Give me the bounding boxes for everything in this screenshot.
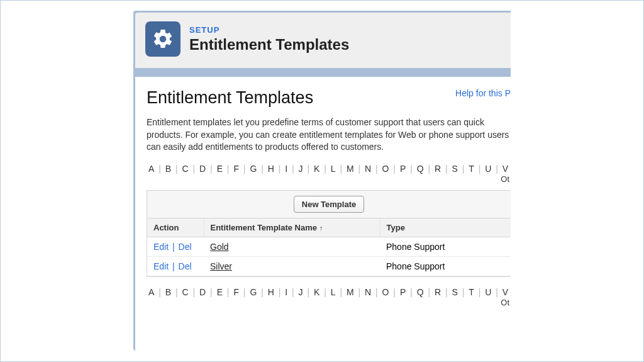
alpha-letter-G[interactable]: G: [248, 287, 258, 297]
alpha-letter-T[interactable]: T: [467, 287, 476, 297]
table-row: Edit | DelSilverPhone Support: [147, 256, 511, 276]
action-separator: |: [171, 242, 176, 252]
alpha-letter-O[interactable]: O: [380, 164, 391, 174]
alpha-letter-B[interactable]: B: [164, 287, 173, 297]
alpha-letter-T[interactable]: T: [467, 164, 476, 174]
alpha-letter-U[interactable]: U: [483, 164, 493, 174]
templates-table: Action Entitlement Template Name↑ Type E…: [147, 218, 511, 276]
alpha-letter-H[interactable]: H: [266, 164, 276, 174]
app-viewport: SETUP Entitlement Templates Entitlement …: [133, 11, 511, 351]
alpha-letter-S[interactable]: S: [450, 287, 460, 297]
alpha-separator: |: [356, 287, 363, 297]
page-title: Entitlement Templates: [147, 88, 313, 108]
alpha-letter-R[interactable]: R: [433, 287, 443, 297]
alpha-letter-E[interactable]: E: [215, 287, 225, 297]
alpha-letter-O[interactable]: O: [380, 287, 391, 297]
alpha-letter-R[interactable]: R: [433, 164, 443, 174]
alpha-other-top[interactable]: Ot: [147, 174, 511, 184]
alpha-separator: |: [476, 287, 483, 297]
alpha-separator: |: [305, 164, 312, 174]
type-cell: Phone Support: [380, 237, 511, 256]
name-cell: Silver: [204, 256, 380, 276]
alpha-separator: |: [443, 287, 450, 297]
alpha-separator: |: [305, 287, 312, 297]
alpha-separator: |: [173, 287, 180, 297]
header-eyebrow: SETUP: [189, 25, 349, 35]
alpha-letter-D[interactable]: D: [197, 164, 208, 174]
alpha-letter-F[interactable]: F: [231, 287, 241, 297]
delete-link[interactable]: Del: [179, 261, 192, 271]
alpha-separator: |: [493, 164, 500, 174]
alpha-letter-P[interactable]: P: [398, 164, 408, 174]
alpha-letter-A[interactable]: A: [147, 164, 156, 174]
alpha-letter-D[interactable]: D: [197, 287, 208, 297]
alpha-separator: |: [208, 287, 214, 297]
alpha-letter-M[interactable]: M: [345, 287, 356, 297]
alpha-letter-E[interactable]: E: [215, 164, 225, 174]
edit-link[interactable]: Edit: [153, 242, 169, 252]
alpha-separator: |: [460, 287, 467, 297]
delete-link[interactable]: Del: [179, 242, 192, 252]
alpha-letter-H[interactable]: H: [266, 287, 276, 297]
alpha-letter-N[interactable]: N: [363, 287, 373, 297]
alpha-letter-P[interactable]: P: [398, 287, 408, 297]
col-name-label: Entitlement Template Name: [211, 223, 318, 232]
new-template-button[interactable]: New Template: [294, 196, 364, 213]
alpha-letter-I[interactable]: I: [283, 164, 289, 174]
alpha-letter-C[interactable]: C: [180, 287, 191, 297]
alpha-letter-I[interactable]: I: [283, 287, 289, 297]
alpha-letter-J[interactable]: J: [297, 164, 305, 174]
alpha-letter-V[interactable]: V: [501, 287, 510, 297]
table-header-row: Action Entitlement Template Name↑ Type: [147, 218, 511, 237]
col-action: Action: [147, 218, 204, 237]
alpha-separator: |: [276, 164, 283, 174]
alpha-separator: |: [426, 164, 433, 174]
table-toolbar: New Template: [147, 191, 511, 218]
alpha-letter-L[interactable]: L: [329, 164, 338, 174]
alpha-separator: |: [493, 287, 500, 297]
help-link[interactable]: Help for this P: [455, 88, 511, 98]
alpha-separator: |: [191, 164, 197, 174]
alpha-letter-G[interactable]: G: [248, 164, 258, 174]
alpha-letter-A[interactable]: A: [147, 287, 156, 297]
alpha-separator: |: [338, 164, 345, 174]
header-title: Entitlement Templates: [189, 36, 349, 54]
col-name[interactable]: Entitlement Template Name↑: [204, 218, 380, 237]
alpha-letter-Q[interactable]: Q: [415, 164, 426, 174]
alpha-letter-U[interactable]: U: [483, 287, 493, 297]
alpha-letter-C[interactable]: C: [180, 164, 191, 174]
alpha-separator: |: [276, 287, 283, 297]
alpha-other-bottom[interactable]: Ot: [147, 298, 511, 307]
alpha-separator: |: [510, 164, 511, 174]
alpha-separator: |: [443, 164, 450, 174]
templates-table-wrap: New Template Action Entitlement Template…: [147, 190, 511, 277]
alpha-separator: |: [289, 287, 296, 297]
name-cell: Gold: [204, 237, 380, 256]
alpha-separator: |: [476, 164, 483, 174]
action-separator: |: [171, 261, 176, 271]
alpha-letter-M[interactable]: M: [345, 164, 356, 174]
template-name-link[interactable]: Silver: [210, 261, 232, 271]
sort-asc-icon: ↑: [317, 224, 323, 232]
alpha-separator: |: [356, 164, 363, 174]
alpha-letter-S[interactable]: S: [450, 164, 460, 174]
template-name-link[interactable]: Gold: [210, 242, 229, 252]
alpha-letter-F[interactable]: F: [231, 164, 241, 174]
action-cell: Edit | Del: [147, 256, 204, 276]
alpha-separator: |: [373, 287, 380, 297]
page-description: Entitlement templates let you predefine …: [147, 116, 511, 154]
alpha-separator: |: [191, 287, 197, 297]
header-text: SETUP Entitlement Templates: [189, 25, 349, 54]
alpha-letter-J[interactable]: J: [297, 287, 305, 297]
alpha-letter-K[interactable]: K: [312, 287, 321, 297]
page-frame: SETUP Entitlement Templates Entitlement …: [0, 0, 644, 362]
alpha-separator: |: [408, 164, 414, 174]
alpha-letter-B[interactable]: B: [164, 164, 173, 174]
edit-link[interactable]: Edit: [153, 261, 169, 271]
alpha-letter-V[interactable]: V: [501, 164, 510, 174]
alpha-letter-K[interactable]: K: [312, 164, 321, 174]
alpha-letter-Q[interactable]: Q: [415, 287, 426, 297]
alpha-letter-N[interactable]: N: [363, 164, 373, 174]
alpha-filter-bottom: A | B | C | D | E | F | G | H | I | J | …: [147, 287, 511, 297]
alpha-letter-L[interactable]: L: [329, 287, 338, 297]
